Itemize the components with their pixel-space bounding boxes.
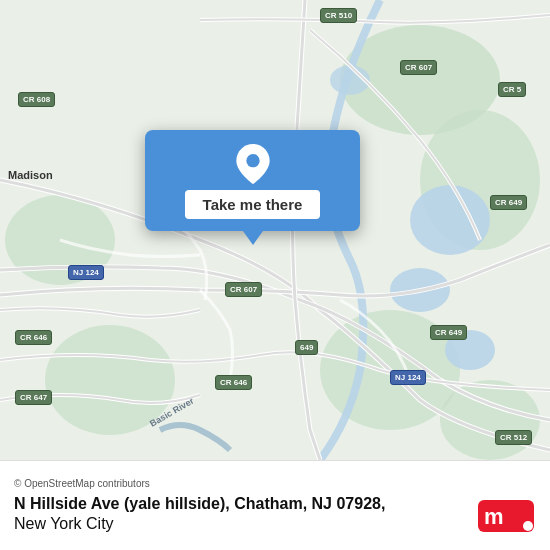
badge-nj124b: NJ 124 [390, 370, 426, 385]
svg-point-14 [523, 521, 533, 531]
address-line: N Hillside Ave (yale hillside), Chatham,… [14, 495, 536, 513]
moovit-logo: m [476, 498, 536, 534]
badge-cr646b: CR 646 [215, 375, 252, 390]
svg-point-11 [246, 154, 259, 167]
location-pin-icon [233, 144, 273, 184]
badge-cr607a: CR 607 [400, 60, 437, 75]
badge-cr647: CR 647 [15, 390, 52, 405]
svg-text:m: m [484, 504, 504, 529]
badge-cr649c: CR 649 [490, 195, 527, 210]
badge-cr646a: CR 646 [15, 330, 52, 345]
badge-cr510: CR 510 [320, 8, 357, 23]
moovit-logo-svg: m [476, 498, 536, 534]
badge-649: 649 [295, 340, 318, 355]
osm-credit: © OpenStreetMap contributors [14, 478, 536, 489]
badge-nj124a: NJ 124 [68, 265, 104, 280]
take-me-there-button[interactable]: Take me there [185, 190, 321, 219]
bottom-bar: © OpenStreetMap contributors N Hillside … [0, 460, 550, 550]
popup-card: Take me there [145, 130, 360, 231]
badge-cr5: CR 5 [498, 82, 526, 97]
svg-point-7 [410, 185, 490, 255]
badge-cr512: CR 512 [495, 430, 532, 445]
badge-cr649: CR 649 [430, 325, 467, 340]
city-line: New York City [14, 515, 536, 533]
badge-cr607b: CR 607 [225, 282, 262, 297]
map-area: CR 510 CR 607 CR 608 NJ 124 CR 607 CR 64… [0, 0, 550, 460]
badge-cr608: CR 608 [18, 92, 55, 107]
label-madison: Madison [5, 168, 56, 182]
